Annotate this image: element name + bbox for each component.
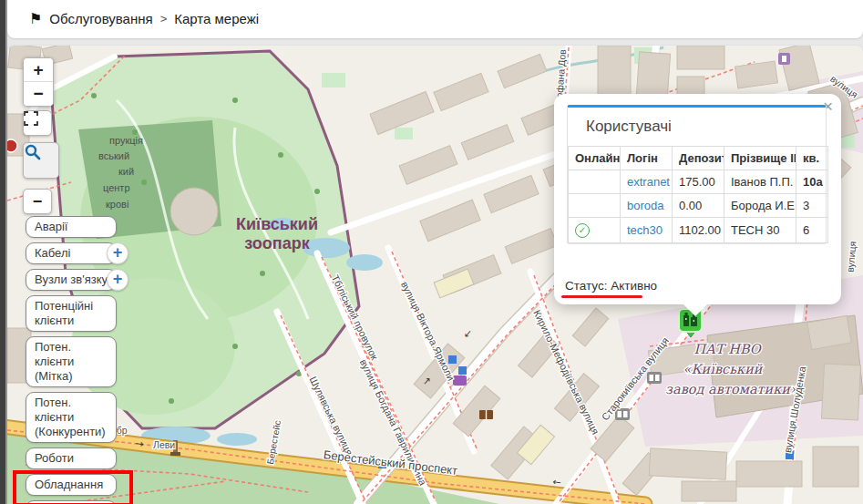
shop-icon bbox=[458, 366, 467, 375]
flag-icon: ⚑ bbox=[29, 10, 42, 27]
surname-cell: Борода И.Е. bbox=[724, 194, 796, 218]
users-card: Користувачі Онлайн Логін Депозит Прізвищ… bbox=[567, 105, 827, 244]
screen: ⚑ Обслуговування > Карта мережі bbox=[0, 0, 863, 504]
zoo-label: Київський bbox=[236, 215, 318, 233]
factory-label: ПАТ НВО bbox=[693, 342, 762, 356]
left-sidebar-sliver[interactable] bbox=[0, 0, 7, 504]
layer-label: Обладнання bbox=[35, 478, 103, 491]
apt-cell: 3 bbox=[796, 194, 828, 218]
layer-button-poten-kliienty-konkurenty[interactable]: Потен. клієнти (Конкуренти) bbox=[26, 392, 117, 443]
online-cell bbox=[569, 170, 621, 194]
svg-text:→: → bbox=[135, 437, 145, 450]
zoom-out-button[interactable]: − bbox=[24, 82, 53, 106]
deposit-cell: 175.00 bbox=[673, 170, 724, 194]
surname-cell: ТЕСН 30 bbox=[724, 218, 796, 243]
svg-text:←: ← bbox=[552, 476, 562, 489]
online-cell bbox=[569, 194, 621, 218]
layer-button-vuzly[interactable]: Вузли зв'язку+ bbox=[26, 269, 117, 291]
factory-label: «Київський bbox=[683, 362, 764, 376]
users-popup: × Користувачі Онлайн Логін Депозит Прізв… bbox=[554, 94, 841, 304]
layer-label: Кабелі bbox=[35, 246, 70, 260]
factory-icon bbox=[647, 372, 662, 384]
status-line: Статус: Активно bbox=[565, 279, 657, 293]
table-row: ✓ tech30 1102.00 ТЕСН 30 6 bbox=[569, 218, 828, 243]
col-header-apt: кв. bbox=[796, 147, 828, 170]
search-button[interactable] bbox=[23, 142, 59, 179]
table-row: boroda 0.00 Борода И.Е. 3 bbox=[569, 194, 828, 218]
apt-cell: 6 bbox=[796, 218, 828, 243]
table-row: extranet 175.00 Іванов П.П. 10а bbox=[569, 170, 828, 194]
fullscreen-icon bbox=[24, 111, 38, 126]
breadcrumb: ⚑ Обслуговування > Карта мережі bbox=[29, 10, 259, 27]
map[interactable]: → ← → ← Київський зоопарк ПАТ НВО «Київс… bbox=[7, 46, 863, 504]
breadcrumb-section[interactable]: Обслуговування bbox=[49, 11, 152, 26]
map-text-fragment: крові bbox=[106, 199, 128, 210]
map-text-fragment: центр bbox=[103, 182, 130, 193]
library-book-icon bbox=[479, 410, 493, 419]
layer-label: Потен. клієнти (Мітка) bbox=[35, 340, 74, 383]
collapse-button[interactable]: − bbox=[23, 189, 52, 214]
search-icon bbox=[24, 143, 41, 160]
monument-icon bbox=[778, 53, 790, 65]
online-check-icon: ✓ bbox=[575, 223, 590, 238]
layer-label: Потен. клієнти (Конкуренти) bbox=[35, 396, 106, 438]
map-text-fragment: прукція bbox=[109, 135, 143, 146]
annotation-underline bbox=[561, 295, 642, 298]
layer-button-obladnannia[interactable]: Обладнання bbox=[26, 474, 117, 496]
breadcrumb-page: Карта мережі bbox=[174, 11, 259, 26]
layer-label: Роботи bbox=[35, 451, 74, 465]
popup-title: Користувачі bbox=[568, 108, 826, 146]
layer-label: Вузли зв'язку bbox=[35, 273, 108, 286]
deposit-cell: 1102.00 bbox=[673, 218, 724, 243]
layer-panel: Аварії Кабелі+ Вузли зв'язку+ Потенційні… bbox=[26, 216, 117, 504]
col-header-deposit: Депозит bbox=[673, 147, 724, 170]
alert-marker-icon bbox=[7, 139, 17, 152]
online-cell: ✓ bbox=[569, 218, 621, 243]
add-node-button[interactable]: + bbox=[107, 269, 128, 291]
breadcrumb-separator: > bbox=[160, 12, 168, 26]
login-link[interactable]: extranet bbox=[627, 175, 670, 189]
col-header-surname: Прізвище ІБ bbox=[724, 147, 796, 170]
col-header-online: Онлайн bbox=[569, 147, 621, 170]
layer-button-pon[interactable]: PON bbox=[26, 500, 117, 504]
breadcrumb-bar: ⚑ Обслуговування > Карта мережі bbox=[7, 0, 863, 38]
apt-cell: 10а bbox=[796, 170, 828, 194]
factory-label: завод автоматики» bbox=[665, 382, 798, 396]
surname-cell: Іванов П.П. bbox=[724, 170, 796, 194]
layer-button-kabeli[interactable]: Кабелі+ bbox=[26, 242, 117, 264]
zoom-in-button[interactable]: + bbox=[24, 58, 53, 82]
add-cable-button[interactable]: + bbox=[107, 242, 128, 264]
poi-label: Леви bbox=[153, 439, 175, 450]
status-value: Активно bbox=[611, 279, 657, 293]
layer-button-roboty[interactable]: Роботи bbox=[26, 447, 117, 469]
users-table: Онлайн Логін Депозит Прізвище ІБ кв. ext… bbox=[568, 146, 828, 243]
deposit-cell: 0.00 bbox=[673, 194, 724, 218]
login-link[interactable]: tech30 bbox=[627, 223, 663, 237]
zoo-label: зоопарк bbox=[244, 234, 310, 252]
layer-label: Потенційні клієнти bbox=[35, 299, 93, 327]
status-label: Статус: bbox=[565, 279, 607, 293]
layer-button-avarii[interactable]: Аварії bbox=[26, 216, 117, 238]
layer-button-potentsiini-kliienty[interactable]: Потенційні клієнти bbox=[26, 295, 117, 332]
map-text-fragment: кий bbox=[118, 166, 134, 177]
map-text-fragment: вський bbox=[98, 150, 129, 161]
zoom-controls: + − bbox=[23, 57, 54, 107]
col-header-login: Логін bbox=[621, 147, 673, 170]
popup-tail bbox=[683, 303, 708, 316]
login-link[interactable]: boroda bbox=[627, 199, 663, 212]
layer-label: Аварії bbox=[35, 220, 67, 233]
layer-button-poten-kliienty-mitka[interactable]: Потен. клієнти (Мітка) bbox=[26, 336, 117, 387]
fullscreen-button[interactable] bbox=[23, 110, 52, 136]
